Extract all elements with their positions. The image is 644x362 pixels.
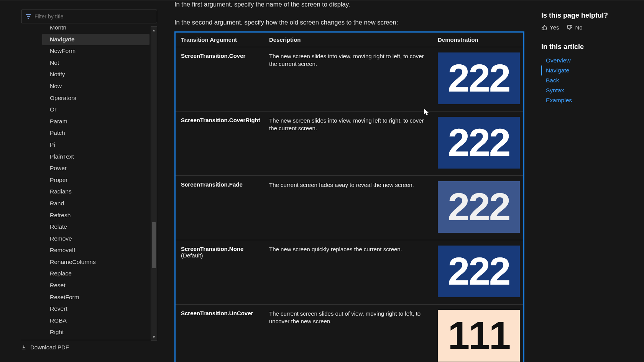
sidebar-item-notify[interactable]: Notify bbox=[21, 69, 150, 80]
sidebar-item-rgba[interactable]: RGBA bbox=[21, 315, 150, 327]
toc-item-back[interactable]: Back bbox=[541, 75, 637, 85]
transition-argument: ScreenTransition.CoverRight bbox=[181, 117, 269, 169]
download-pdf-button[interactable]: Download PDF bbox=[21, 340, 157, 351]
download-icon bbox=[21, 345, 26, 350]
toc-list: OverviewNavigateBackSyntaxExamples bbox=[541, 56, 637, 105]
helpful-buttons: Yes No bbox=[541, 24, 637, 31]
filter-icon bbox=[25, 13, 31, 20]
th-description: Description bbox=[269, 36, 438, 43]
thumbs-up-icon bbox=[541, 25, 547, 31]
sidebar-item-right[interactable]: Right bbox=[21, 326, 150, 338]
demo-tile: 222 bbox=[438, 117, 520, 169]
transition-demo: 222 bbox=[438, 52, 520, 104]
sidebar-item-not[interactable]: Not bbox=[21, 57, 150, 69]
table-row: ScreenTransition.None(Default)The new sc… bbox=[176, 240, 523, 304]
sidebar-item-replace[interactable]: Replace bbox=[21, 268, 150, 280]
sidebar-item-plaintext[interactable]: PlainText bbox=[21, 151, 150, 163]
download-pdf-label: Download PDF bbox=[30, 344, 69, 351]
helpful-yes-label: Yes bbox=[550, 24, 559, 31]
table-row: ScreenTransition.CoverRightThe new scree… bbox=[176, 111, 523, 175]
transition-argument-sub: (Default) bbox=[181, 252, 269, 259]
demo-tile: 222 bbox=[438, 52, 520, 104]
sidebar-item-relate[interactable]: Relate bbox=[21, 221, 150, 233]
sidebar-item-refresh[interactable]: Refresh bbox=[21, 210, 150, 221]
th-argument: Transition Argument bbox=[181, 36, 269, 43]
transition-argument: ScreenTransition.Fade bbox=[181, 181, 269, 233]
sidebar-item-renamecolumns[interactable]: RenameColumns bbox=[21, 256, 150, 268]
left-sidebar: MonthNavigateNewFormNotNotifyNowOperator… bbox=[21, 10, 157, 341]
transition-demo: 222 bbox=[438, 117, 520, 169]
scroll-up-icon[interactable]: ▲ bbox=[151, 27, 157, 33]
transition-demo: 222 bbox=[438, 181, 520, 233]
sidebar-item-param[interactable]: Param bbox=[21, 116, 150, 128]
toc-item-examples[interactable]: Examples bbox=[541, 95, 637, 105]
article-main: In the first argument, specify the name … bbox=[174, 0, 531, 362]
demo-tile: 111 bbox=[438, 310, 520, 362]
sidebar-scrollbar-thumb[interactable] bbox=[152, 222, 156, 268]
table-header-row: Transition Argument Description Demonstr… bbox=[176, 33, 523, 47]
nav-list[interactable]: MonthNavigateNewFormNotNotifyNowOperator… bbox=[21, 26, 150, 341]
th-demonstration: Demonstration bbox=[438, 36, 518, 43]
transition-description: The current screen slides out of view, m… bbox=[269, 310, 438, 362]
sidebar-item-month[interactable]: Month bbox=[21, 26, 150, 34]
sidebar-item-remove[interactable]: Remove bbox=[21, 233, 150, 245]
transition-description: The new screen slides into view, moving … bbox=[269, 117, 438, 169]
demo-tile: 222 bbox=[438, 246, 520, 297]
table-row: ScreenTransition.CoverThe new screen sli… bbox=[176, 47, 523, 111]
table-row: ScreenTransition.UnCoverThe current scre… bbox=[176, 304, 523, 362]
sidebar-item-newform[interactable]: NewForm bbox=[21, 45, 150, 57]
sidebar-item-removeif[interactable]: RemoveIf bbox=[21, 244, 150, 256]
sidebar-item-resetform[interactable]: ResetForm bbox=[21, 292, 150, 303]
thumbs-down-icon bbox=[567, 25, 573, 31]
intro-paragraph-1: In the first argument, specify the name … bbox=[174, 1, 531, 8]
sidebar-item-proper[interactable]: Proper bbox=[21, 174, 150, 186]
nav-list-wrap: MonthNavigateNewFormNotNotifyNowOperator… bbox=[21, 26, 157, 341]
sidebar-item-operators[interactable]: Operators bbox=[21, 92, 150, 104]
transition-description: The new screen slides into view, moving … bbox=[269, 52, 438, 104]
transition-table: Transition Argument Description Demonstr… bbox=[174, 31, 524, 362]
sidebar-item-or[interactable]: Or bbox=[21, 104, 150, 116]
sidebar-scrollbar[interactable]: ▲ ▼ bbox=[151, 26, 157, 341]
toc-title: In this article bbox=[541, 43, 637, 51]
helpful-no-label: No bbox=[575, 24, 582, 31]
helpful-title: Is this page helpful? bbox=[541, 11, 637, 20]
right-sidebar: Is this page helpful? Yes No In this art… bbox=[541, 11, 637, 105]
sidebar-item-now[interactable]: Now bbox=[21, 80, 150, 92]
filter-input[interactable] bbox=[34, 13, 153, 20]
transition-description: The new screen quickly replaces the curr… bbox=[269, 246, 438, 297]
helpful-no-button[interactable]: No bbox=[567, 24, 582, 31]
toc-item-navigate[interactable]: Navigate bbox=[541, 66, 637, 75]
sidebar-item-pi[interactable]: Pi bbox=[21, 139, 150, 151]
sidebar-item-power[interactable]: Power bbox=[21, 162, 150, 174]
sidebar-item-reset[interactable]: Reset bbox=[21, 280, 150, 292]
transition-description: The current screen fades away to reveal … bbox=[269, 181, 438, 233]
sidebar-item-rand[interactable]: Rand bbox=[21, 198, 150, 210]
transition-argument: ScreenTransition.UnCover bbox=[181, 310, 269, 362]
transition-demo: 222 bbox=[438, 246, 520, 297]
toc-item-overview[interactable]: Overview bbox=[541, 56, 637, 66]
sidebar-item-navigate[interactable]: Navigate bbox=[42, 34, 150, 46]
filter-by-title-input-wrap[interactable] bbox=[21, 10, 157, 23]
table-row: ScreenTransition.FadeThe current screen … bbox=[176, 175, 523, 240]
toc-item-syntax[interactable]: Syntax bbox=[541, 85, 637, 95]
demo-tile: 222 bbox=[438, 181, 520, 233]
sidebar-item-radians[interactable]: Radians bbox=[21, 186, 150, 198]
transition-argument: ScreenTransition.None(Default) bbox=[181, 246, 269, 297]
sidebar-item-revert[interactable]: Revert bbox=[21, 303, 150, 315]
scroll-down-icon[interactable]: ▼ bbox=[151, 334, 157, 340]
intro-paragraph-2: In the second argument, specify how the … bbox=[174, 19, 531, 26]
helpful-yes-button[interactable]: Yes bbox=[541, 24, 559, 31]
sidebar-item-patch[interactable]: Patch bbox=[21, 127, 150, 139]
transition-demo: 111 bbox=[438, 310, 520, 362]
transition-argument: ScreenTransition.Cover bbox=[181, 52, 269, 104]
